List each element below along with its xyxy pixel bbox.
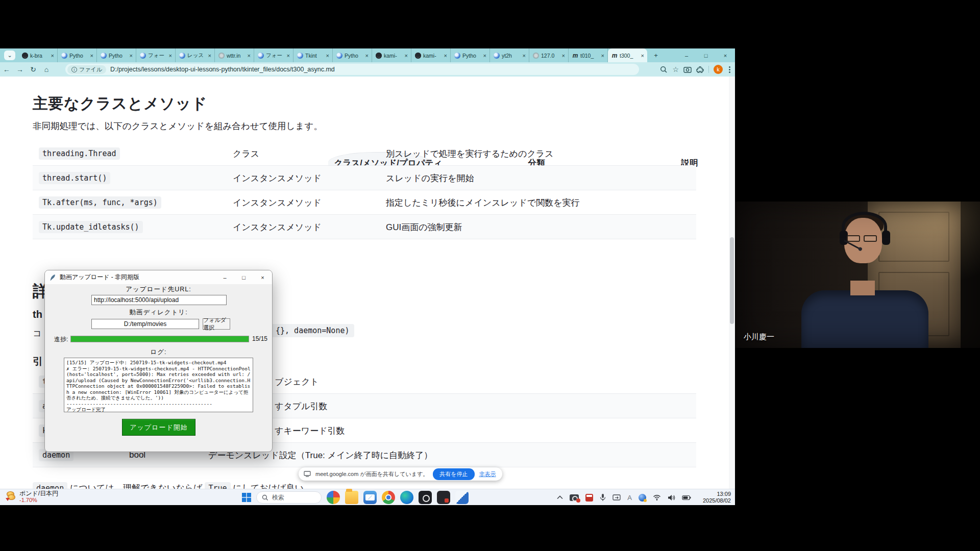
search-icon xyxy=(262,494,268,501)
chevron-up-icon[interactable] xyxy=(557,495,563,499)
browser-tab[interactable]: kami-× xyxy=(411,48,451,62)
code-chip: thread.start() xyxy=(39,172,110,184)
tab-close-icon[interactable]: × xyxy=(600,53,605,59)
extensions-icon[interactable] xyxy=(696,66,704,73)
tab-close-icon[interactable]: × xyxy=(443,53,448,59)
close-button[interactable]: × xyxy=(716,48,735,62)
bookmark-star-icon[interactable]: ☆ xyxy=(672,65,679,73)
dialog-minimize-button[interactable]: – xyxy=(215,270,234,284)
upload-start-button[interactable]: アップロード開始 xyxy=(122,419,195,436)
taskbar-icon-mail[interactable] xyxy=(363,491,377,504)
taskbar-icon-app[interactable] xyxy=(455,491,469,504)
taskbar-icon-explorer[interactable] xyxy=(345,491,358,504)
tab-close-icon[interactable]: × xyxy=(50,53,55,59)
taskbar-icon-edge[interactable] xyxy=(400,491,413,504)
browser-tab[interactable]: Pytho× xyxy=(58,48,97,62)
stop-sharing-button[interactable]: 共有を停止 xyxy=(433,468,474,480)
clipped-note-line: daemon については、理解できないならば True にしておけば良い xyxy=(33,482,304,489)
back-button[interactable]: ← xyxy=(0,65,13,73)
taskbar-icon-app[interactable] xyxy=(437,491,450,504)
home-button[interactable]: ⌂ xyxy=(40,65,53,73)
reload-button[interactable]: ↻ xyxy=(27,65,40,73)
taskbar-icon-chrome[interactable] xyxy=(382,491,395,504)
browser-tab[interactable]: mt010_× xyxy=(569,48,608,62)
dialog-maximize-button[interactable]: □ xyxy=(234,270,253,284)
calendar-tray-icon[interactable] xyxy=(585,494,593,502)
camera-icon[interactable] xyxy=(683,66,692,73)
browser-tab[interactable]: フォー× xyxy=(136,48,176,62)
volume-icon[interactable] xyxy=(668,494,675,501)
browser-tab[interactable]: Pytho× xyxy=(451,48,490,62)
tab-close-icon[interactable]: × xyxy=(482,53,487,59)
tab-label: kami- xyxy=(384,53,402,59)
browser-tab[interactable]: フォー× xyxy=(254,48,293,62)
dialog-window-controls: – □ × xyxy=(215,270,272,284)
browser-tab-bar: ⌄ k-bra× Pytho× Pytho× フォー× レッス× wttr.in… xyxy=(0,48,735,62)
start-button[interactable] xyxy=(242,493,251,502)
browser-tab[interactable]: 127.0× xyxy=(529,48,569,62)
file-chip-label: ファイル xyxy=(79,66,102,73)
browser-tab[interactable]: kami-× xyxy=(372,48,411,62)
tab-close-icon[interactable]: × xyxy=(325,53,330,59)
browser-tab[interactable]: k-bra× xyxy=(18,48,58,62)
forward-button[interactable]: → xyxy=(13,65,27,73)
tab-label: Pytho xyxy=(69,53,87,59)
tab-close-icon[interactable]: × xyxy=(404,53,409,59)
microphone-icon[interactable] xyxy=(600,493,606,502)
dialog-titlebar[interactable]: 動画アップロード - 非同期版 – □ × xyxy=(45,270,272,284)
tab-close-icon[interactable]: × xyxy=(168,53,173,59)
tab-search-button[interactable]: ⌄ xyxy=(4,51,15,60)
blue-sphere-icon[interactable] xyxy=(639,494,646,502)
search-placeholder: 検索 xyxy=(272,493,284,502)
taskbar-search[interactable]: 検索 xyxy=(256,491,322,504)
maximize-button[interactable]: □ xyxy=(696,48,716,62)
tab-close-icon[interactable]: × xyxy=(522,53,527,59)
url-input[interactable] xyxy=(91,295,227,305)
zoom-icon[interactable] xyxy=(660,66,668,73)
address-bar[interactable]: iファイル D:/projects/lessons/desktop-ui-les… xyxy=(65,64,639,75)
taskbar-icon-camera-app[interactable] xyxy=(419,491,432,504)
ime-indicator[interactable]: A xyxy=(627,494,632,502)
taskbar-widget[interactable]: ポンド/日本円 -1.70% xyxy=(5,490,58,504)
tab-close-icon[interactable]: × xyxy=(286,53,291,59)
tab-close-icon[interactable]: × xyxy=(364,53,370,59)
browser-tab[interactable]: Pytho× xyxy=(333,48,372,62)
profile-avatar[interactable]: k xyxy=(714,65,723,74)
minimize-button[interactable]: – xyxy=(677,48,696,62)
tab-close-icon[interactable]: × xyxy=(207,53,212,59)
tab-close-icon[interactable]: × xyxy=(561,53,566,59)
subsection-heading-partial: th xyxy=(33,309,42,320)
tab-strip: k-bra× Pytho× Pytho× フォー× レッス× wttr.in× … xyxy=(18,48,647,62)
widget-change-value: -1.70% xyxy=(19,497,58,504)
new-tab-button[interactable]: + xyxy=(651,51,660,60)
browser-tab-active[interactable]: mt300_× xyxy=(608,48,647,62)
folder-select-button[interactable]: フォルダ選択 xyxy=(203,318,230,330)
hide-banner-link[interactable]: 非表示 xyxy=(479,470,496,478)
tab-close-icon[interactable]: × xyxy=(89,53,94,59)
tab-close-icon[interactable]: × xyxy=(247,53,252,59)
tab-close-icon[interactable]: × xyxy=(640,53,645,59)
directory-input[interactable] xyxy=(91,319,199,329)
log-textarea[interactable]: [15/15] アップロード中: 250719-15-tk-widgets-ch… xyxy=(64,358,253,412)
browser-tab[interactable]: Pytho× xyxy=(97,48,136,62)
url-text[interactable]: D:/projects/lessons/desktop-ui-lessons-p… xyxy=(110,66,335,73)
tab-close-icon[interactable]: × xyxy=(129,53,134,59)
browser-tab[interactable]: Tkint× xyxy=(293,48,333,62)
battery-icon[interactable] xyxy=(682,495,691,500)
camera-tray-icon[interactable] xyxy=(570,494,579,501)
taskbar-clock[interactable]: 13:09 2025/08/02 xyxy=(703,491,731,504)
tkinter-feather-icon xyxy=(50,274,56,281)
scrollbar-track[interactable] xyxy=(729,77,735,489)
scrollbar-thumb[interactable] xyxy=(730,237,734,324)
dialog-close-button[interactable]: × xyxy=(253,270,272,284)
browser-tab[interactable]: レッス× xyxy=(176,48,215,62)
tab-label: フォー xyxy=(148,52,166,59)
browser-tab[interactable]: wttr.in× xyxy=(215,48,254,62)
globe-icon xyxy=(533,53,539,59)
cast-screen-icon[interactable] xyxy=(612,494,621,501)
browser-tab[interactable]: yt2h× xyxy=(490,48,529,62)
cell-desc: スレッドの実行を開始 xyxy=(386,172,474,184)
taskbar-icon-photos[interactable] xyxy=(327,491,340,504)
wifi-icon[interactable] xyxy=(653,494,661,500)
browser-menu-icon[interactable] xyxy=(727,66,732,73)
